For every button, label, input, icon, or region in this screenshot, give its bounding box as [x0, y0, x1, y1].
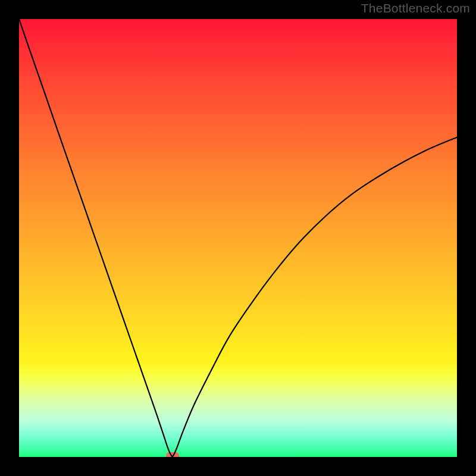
watermark-text: TheBottleneck.com — [361, 1, 470, 15]
plot-area — [19, 19, 457, 457]
curve-path — [19, 19, 457, 456]
bottleneck-curve — [19, 19, 457, 457]
chart-stage: TheBottleneck.com — [0, 0, 476, 476]
